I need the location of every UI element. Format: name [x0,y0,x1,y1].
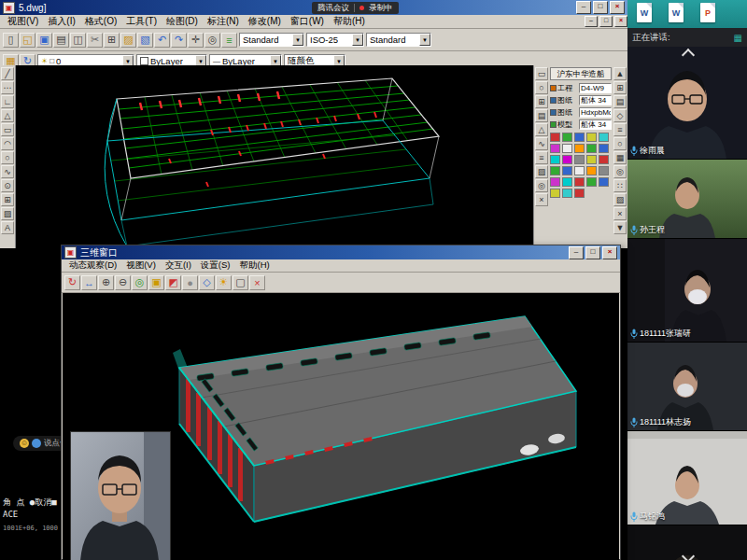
menu-item[interactable]: 插入(I) [43,15,79,28]
shaded-mode-icon[interactable]: ● [182,275,198,290]
palette-icon[interactable] [550,177,560,187]
palette-icon[interactable] [599,155,609,164]
close-view-icon[interactable]: × [249,275,265,290]
image-icon[interactable] [32,439,41,448]
panel-target-icon[interactable]: ◎ [613,165,627,178]
dropdown-arrow-icon[interactable]: ▼ [292,34,303,46]
viewer-menu-item[interactable]: 交互(I) [161,259,196,272]
palette-icon[interactable] [599,177,609,187]
capture-icon[interactable]: ▢ [233,275,248,290]
save-icon[interactable]: ▣ [36,33,52,48]
cut-icon[interactable]: ✂ [87,33,103,48]
panel-list-icon[interactable]: ≡ [613,123,627,136]
word-doc-shortcut[interactable]: W [637,3,652,22]
doc-minimize-button[interactable]: – [585,16,598,27]
emoji-icon[interactable]: ☺ [20,439,29,448]
palette-icon[interactable] [586,155,597,164]
insert-block-icon[interactable]: ⊞ [1,193,14,206]
palette-icon[interactable] [586,133,597,142]
palette-icon[interactable] [562,133,572,142]
panel-grid-icon[interactable]: ⊞ [613,81,627,94]
iso-view-icon[interactable]: ◩ [165,275,181,290]
menu-item[interactable]: 绘图(D) [162,15,203,28]
viewer-menu-item[interactable]: 视图(V) [121,259,161,272]
palette-icon[interactable] [550,133,560,142]
zoom-extents-icon[interactable]: ◎ [132,275,148,290]
triangle-tool-icon[interactable]: △ [535,123,548,136]
minimize-button[interactable]: – [576,1,591,14]
palette-icon[interactable] [562,189,572,198]
palette-icon[interactable] [574,155,585,164]
panel-sheet-icon[interactable]: ▤ [613,95,627,108]
panel-hatch-icon[interactable]: ▨ [613,193,627,206]
preview-icon[interactable]: ◫ [70,33,86,48]
palette-icon[interactable] [586,177,597,187]
open-icon[interactable]: ◱ [20,33,35,48]
palette-icon[interactable] [562,155,572,164]
node-tool-icon[interactable]: ○ [535,81,548,94]
polygon-icon[interactable]: △ [1,109,14,122]
panel-row-value[interactable]: 船体 34 ▼ [579,95,612,105]
palette-icon[interactable] [550,189,560,198]
pan-view-icon[interactable]: ↔ [81,275,97,290]
palette-icon[interactable] [574,189,585,198]
participant-video[interactable]: 孙王程 [627,160,747,239]
redo-icon[interactable]: ↷ [171,33,187,48]
palette-icon[interactable] [574,133,585,142]
construction-line-icon[interactable]: ⋯ [1,81,14,94]
participant-video-partial[interactable] [627,525,747,560]
doc-restore-button[interactable]: □ [599,16,613,27]
menu-item[interactable]: 视图(V) [3,15,43,28]
target-tool-icon[interactable]: ◎ [535,179,548,192]
panel-array-icon[interactable]: ∷ [613,179,627,192]
palette-icon[interactable] [574,166,585,175]
circle-icon[interactable]: ○ [1,151,14,164]
match-properties-icon[interactable]: ▧ [137,33,153,48]
viewer-close-button[interactable]: × [602,246,617,259]
dropdown-arrow-icon[interactable]: ▼ [352,34,363,46]
panel-delete-icon[interactable]: × [613,207,627,220]
zoom-out-icon[interactable]: ⊖ [115,275,131,290]
panel-row-value[interactable]: 船体 34 ▼ [579,119,612,130]
layout-grid-icon[interactable]: ▦ [734,33,742,43]
palette-icon[interactable] [586,144,597,153]
palette-icon[interactable] [550,144,560,153]
palette-icon[interactable] [550,155,560,164]
menu-item[interactable]: 格式(O) [80,15,121,28]
palette-icon[interactable] [562,144,572,153]
layers-tool-icon[interactable]: ▤ [535,109,548,122]
light-icon[interactable]: ☀ [216,275,232,290]
grid-tool-icon[interactable]: ⊞ [535,95,548,108]
viewer-menu-item[interactable]: 设置(S) [196,259,235,272]
line-icon[interactable]: ╱ [1,67,14,80]
list-tool-icon[interactable]: ≡ [535,151,548,164]
palette-icon[interactable] [574,144,585,153]
ellipse-icon[interactable]: ⊙ [1,179,14,192]
panel-model-icon[interactable]: ◇ [613,109,627,122]
palette-icon[interactable] [562,166,572,175]
doc-close-button[interactable]: × [614,16,627,27]
viewer-maximize-button[interactable]: □ [585,246,600,259]
viewer-titlebar[interactable]: ▣ 三维窗口 – □ × [62,245,620,259]
menu-item[interactable]: 标注(N) [203,15,244,28]
front-view-icon[interactable]: ▣ [148,275,164,290]
panel-table-icon[interactable]: ▦ [613,151,627,164]
new-icon[interactable]: ▯ [3,33,19,48]
command-line[interactable]: 角 点 ●取消■ACE 1001E+06, 1000 [3,497,58,535]
dim-style-combo[interactable]: ISO-25▼ [306,33,364,47]
table-style-combo[interactable]: Standard▼ [366,33,431,47]
curve-tool-icon[interactable]: ∿ [535,137,548,150]
palette-icon[interactable] [599,133,609,142]
participant-video[interactable]: 181111林志扬 [627,343,747,431]
text-style-combo[interactable]: Standard▼ [239,33,304,47]
panel-node-icon[interactable]: ○ [613,137,627,150]
word-doc-shortcut-2[interactable]: W [669,3,684,22]
print-icon[interactable]: ▤ [53,33,69,48]
undo-icon[interactable]: ↶ [154,33,170,48]
palette-icon[interactable] [586,166,597,175]
menu-item[interactable]: 帮助(H) [329,15,370,28]
viewer-menu-item[interactable]: 动态观察(D) [64,259,121,272]
hatch-tool-icon[interactable]: ▨ [535,165,548,178]
text-icon[interactable]: A [1,221,14,234]
copy-icon[interactable]: ⊞ [104,33,120,48]
